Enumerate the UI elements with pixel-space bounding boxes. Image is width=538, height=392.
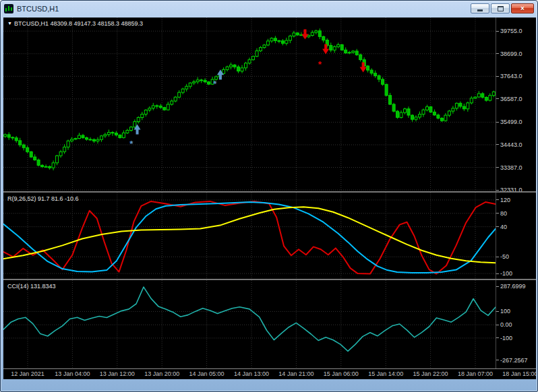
scale-tick-label: 80 xyxy=(500,210,507,217)
titlebar[interactable]: BTCUSD,H1 × xyxy=(1,1,537,16)
time-axis-label: 13 Jan 12:00 xyxy=(100,370,135,377)
close-icon: × xyxy=(520,5,525,12)
chart-window: BTCUSD,H1 × *** ▼BTCUSD,H1 48309.8 49147… xyxy=(0,0,538,392)
scale-tick-label: 287.6999 xyxy=(500,283,526,290)
scale-tick-mark xyxy=(496,286,499,287)
time-axis-label: 14 Jan 05:00 xyxy=(189,370,225,377)
scale-tick-label: 37643.0 xyxy=(500,73,522,79)
ohlc-readout: BTCUSD,H1 48309.8 49147.3 48158.3 48859.… xyxy=(14,20,143,27)
scale-tick-label: 100 xyxy=(500,308,510,315)
scale-tick-label: 34443.0 xyxy=(500,141,522,148)
time-axis-label: 14 Jan 13:00 xyxy=(234,370,269,377)
scale-tick-label: 0.00 xyxy=(500,321,512,328)
scale-tick-mark xyxy=(496,337,499,338)
scale-tick-label: 36587.0 xyxy=(500,96,522,102)
scale-tick-mark xyxy=(496,311,499,312)
scale-tick-mark xyxy=(496,190,499,191)
scale-tick-label: 120 xyxy=(500,197,510,203)
scale-tick-label: 38699.0 xyxy=(500,51,522,57)
indicator-label: R(9,26,52) 91.7 81.6 -10.6 xyxy=(7,195,79,202)
indicator-panel: R(9,26,52) 91.7 81.6 -10.6 1208040-50-10… xyxy=(3,193,536,279)
chart-client-area: *** ▼BTCUSD,H1 48309.8 49147.3 48158.3 4… xyxy=(3,18,536,379)
scale-tick-label: -100 xyxy=(500,335,512,341)
scale-tick-mark xyxy=(496,226,499,227)
scale-tick-mark xyxy=(496,199,499,200)
scale-tick-label: -50 xyxy=(500,253,509,260)
scale-tick-mark xyxy=(496,273,499,274)
price-scale[interactable]: 39755.038699.037643.036587.035499.034443… xyxy=(496,18,536,191)
series-cci xyxy=(3,287,496,351)
buy-star-icon: * xyxy=(129,139,133,149)
scale-tick-mark xyxy=(496,213,499,214)
time-axis-label: 13 Jan 04:00 xyxy=(55,370,90,377)
buy-star-icon: * xyxy=(213,79,217,89)
grid-layer xyxy=(3,280,496,368)
grid-layer xyxy=(3,193,496,279)
time-axis-label: 14 Jan 21:00 xyxy=(278,370,313,377)
scale-tick-label: 39755.0 xyxy=(500,28,522,34)
time-axis-label: 18 Jan 07:00 xyxy=(458,370,493,377)
time-axis-label: 15 Jan 06:00 xyxy=(324,370,359,377)
time-axis-label: 18 Jan 15:00 xyxy=(502,370,536,377)
maximize-button[interactable] xyxy=(491,3,510,13)
scale-tick-mark xyxy=(496,325,499,325)
scale-tick-label: -100 xyxy=(500,270,512,277)
scale-tick-mark xyxy=(496,360,499,360)
scale-tick-label: 32331.0 xyxy=(500,187,522,191)
minimize-button[interactable] xyxy=(471,3,489,13)
scale-tick-label: 33387.0 xyxy=(500,164,522,171)
scale-tick-mark xyxy=(496,167,499,168)
grid-layer xyxy=(3,18,496,191)
collapse-triangle-icon[interactable]: ▼ xyxy=(7,21,12,26)
series-signal-red xyxy=(3,201,496,274)
sell-star-icon: * xyxy=(318,59,322,69)
time-axis-label: 13 Jan 20:00 xyxy=(144,370,179,377)
time-axis-label: 15 Jan 22:00 xyxy=(413,370,448,377)
scale-tick-mark xyxy=(496,98,499,99)
price-chart-canvas[interactable]: *** xyxy=(3,18,496,191)
scale-tick-label: 40 xyxy=(500,224,507,230)
scale-tick-label: 35499.0 xyxy=(500,119,522,125)
cci-scale[interactable]: 287.69991000.00-100-267.2567 xyxy=(496,280,536,368)
cci-panel: CCI(14) 131.8343 287.69991000.00-100-267… xyxy=(3,280,536,368)
close-button[interactable]: × xyxy=(511,3,534,13)
scale-tick-label: -267.2567 xyxy=(500,357,528,364)
minimize-icon xyxy=(477,9,483,11)
window-title: BTCUSD,H1 xyxy=(17,5,59,13)
scale-tick-mark xyxy=(496,31,499,32)
window-controls: × xyxy=(471,3,534,13)
chart-info-line: ▼BTCUSD,H1 48309.8 49147.3 48158.3 48859… xyxy=(7,20,143,27)
time-axis-label: 12 Jan 2021 xyxy=(11,370,44,377)
cci-label: CCI(14) 131.8343 xyxy=(7,283,56,290)
chart-icon xyxy=(4,4,13,13)
scale-tick-mark xyxy=(496,144,499,145)
scale-tick-mark xyxy=(496,257,499,257)
indicator-scale[interactable]: 1208040-50-100 xyxy=(496,193,536,279)
time-axis[interactable]: 12 Jan 202113 Jan 04:0013 Jan 12:0013 Ja… xyxy=(3,369,536,379)
price-panel: *** ▼BTCUSD,H1 48309.8 49147.3 48158.3 4… xyxy=(3,18,536,191)
scale-tick-mark xyxy=(496,53,499,54)
maximize-icon xyxy=(498,6,504,11)
candles-layer xyxy=(4,28,496,170)
scale-tick-mark xyxy=(496,122,499,123)
indicator-canvas[interactable] xyxy=(3,193,496,279)
cci-canvas[interactable] xyxy=(3,280,496,368)
series-signal-cyan xyxy=(3,202,496,273)
time-axis-label: 15 Jan 14:00 xyxy=(368,370,403,377)
scale-tick-mark xyxy=(496,76,499,77)
